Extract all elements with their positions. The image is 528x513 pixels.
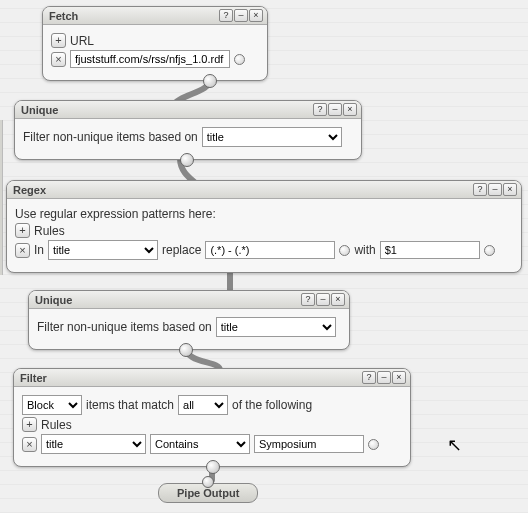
node-fetch[interactable]: Fetch ? – × + URL × (42, 6, 268, 81)
regex-rules-label: Rules (34, 224, 65, 238)
regex-replace-label: replace (162, 243, 201, 257)
pipe-output-node[interactable]: Pipe Output (158, 483, 258, 503)
help-button[interactable]: ? (473, 183, 487, 196)
filter-match-select[interactable]: all (178, 395, 228, 415)
help-button[interactable]: ? (362, 371, 376, 384)
pipe-output-input-port[interactable] (202, 476, 214, 488)
regex-in-field-select[interactable]: title (48, 240, 158, 260)
add-rule-button[interactable]: + (15, 223, 30, 238)
filter-mode-select[interactable]: Block (22, 395, 82, 415)
node-unique-1[interactable]: Unique ? – × Filter non-unique items bas… (14, 100, 362, 160)
fetch-output-port[interactable] (203, 74, 217, 88)
node-filter[interactable]: Filter ? – × Block items that match all … (13, 368, 411, 467)
minimize-button[interactable]: – (234, 9, 248, 22)
node-fetch-title: Fetch (49, 10, 218, 22)
regex-with-port[interactable] (484, 245, 495, 256)
url-label: URL (70, 34, 94, 48)
minimize-button[interactable]: – (328, 103, 342, 116)
url-input-port[interactable] (234, 54, 245, 65)
unique2-label: Filter non-unique items based on (37, 320, 212, 334)
left-rail (0, 120, 3, 275)
minimize-button[interactable]: – (488, 183, 502, 196)
regex-intro: Use regular expression patterns here: (15, 207, 216, 221)
close-button[interactable]: × (503, 183, 517, 196)
help-button[interactable]: ? (313, 103, 327, 116)
close-button[interactable]: × (392, 371, 406, 384)
filter-rules-label: Rules (41, 418, 72, 432)
regex-with-label: with (354, 243, 375, 257)
filter-following-label: of the following (232, 398, 312, 412)
close-button[interactable]: × (249, 9, 263, 22)
filter-value-input[interactable] (254, 435, 364, 453)
add-filter-rule-button[interactable]: + (22, 417, 37, 432)
help-button[interactable]: ? (219, 9, 233, 22)
remove-url-button[interactable]: × (51, 52, 66, 67)
regex-replace-port[interactable] (339, 245, 350, 256)
close-button[interactable]: × (343, 103, 357, 116)
filter-output-port[interactable] (206, 460, 220, 474)
unique1-label: Filter non-unique items based on (23, 130, 198, 144)
filter-operator-select[interactable]: Contains (150, 434, 250, 454)
regex-replace-input[interactable] (205, 241, 335, 259)
remove-filter-rule-button[interactable]: × (22, 437, 37, 452)
filter-field-select[interactable]: title (41, 434, 146, 454)
unique2-output-port[interactable] (179, 343, 193, 357)
node-unique1-title: Unique (21, 104, 312, 116)
node-fetch-titlebar[interactable]: Fetch ? – × (43, 7, 267, 25)
filter-value-port[interactable] (368, 439, 379, 450)
pipe-output-label: Pipe Output (177, 487, 239, 499)
node-filter-title: Filter (20, 372, 361, 384)
regex-in-label: In (34, 243, 44, 257)
unique2-field-select[interactable]: title (216, 317, 336, 337)
minimize-button[interactable]: – (316, 293, 330, 306)
node-regex-titlebar[interactable]: Regex ? – × (7, 181, 521, 199)
filter-items-label: items that match (86, 398, 174, 412)
mouse-cursor-icon: ↖ (447, 434, 462, 456)
unique1-field-select[interactable]: title (202, 127, 342, 147)
help-button[interactable]: ? (301, 293, 315, 306)
node-filter-titlebar[interactable]: Filter ? – × (14, 369, 410, 387)
node-unique-2[interactable]: Unique ? – × Filter non-unique items bas… (28, 290, 350, 350)
minimize-button[interactable]: – (377, 371, 391, 384)
close-button[interactable]: × (331, 293, 345, 306)
node-unique1-titlebar[interactable]: Unique ? – × (15, 101, 361, 119)
regex-with-input[interactable] (380, 241, 480, 259)
unique1-output-port[interactable] (180, 153, 194, 167)
node-regex-title: Regex (13, 184, 472, 196)
node-regex[interactable]: Regex ? – × Use regular expression patte… (6, 180, 522, 273)
remove-rule-button[interactable]: × (15, 243, 30, 258)
node-unique2-titlebar[interactable]: Unique ? – × (29, 291, 349, 309)
url-input[interactable] (70, 50, 230, 68)
node-unique2-title: Unique (35, 294, 300, 306)
add-url-button[interactable]: + (51, 33, 66, 48)
